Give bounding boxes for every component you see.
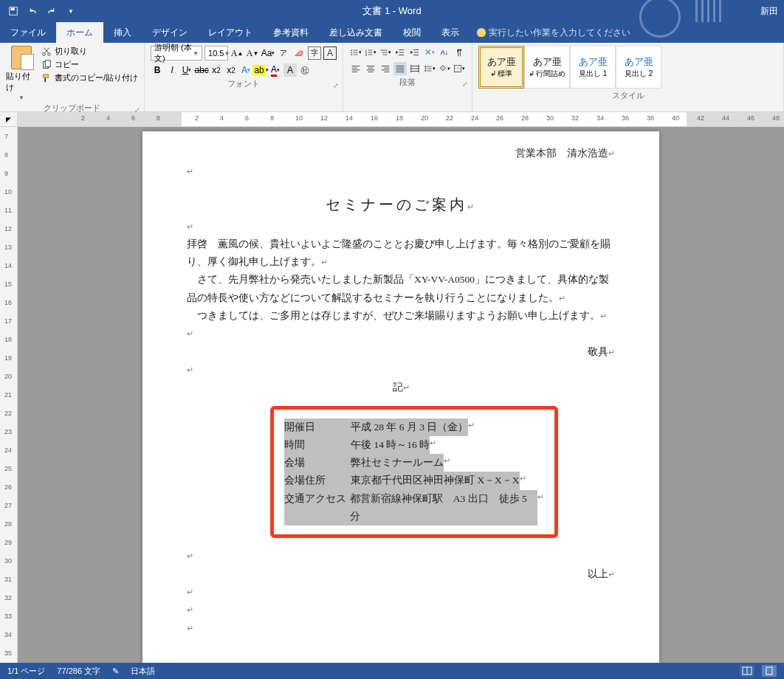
bulb-icon	[477, 28, 486, 37]
enclose-circle[interactable]: ㊓	[298, 63, 312, 77]
doc-keigu: 敬具	[187, 343, 615, 361]
qat-save[interactable]	[4, 2, 22, 20]
group-styles: あア亜↲ 標準 あア亜↲ 行間詰め あア亜見出し 1 あア亜見出し 2 スタイル	[472, 43, 784, 111]
tab-file[interactable]: ファイル	[0, 22, 56, 43]
line-spacing[interactable]: ▾	[423, 62, 436, 75]
ribbon: 貼り付け ▼ 切り取り コピー 書式のコピー/貼り付け クリップボード⤢ 游明朝…	[0, 43, 784, 112]
tellme[interactable]: 実行したい作業を入力してください	[470, 22, 638, 43]
cut-button[interactable]: 切り取り	[41, 46, 138, 57]
ruby-button[interactable]: ア	[277, 46, 290, 60]
document-area: 7891011121314151617181920212223242526272…	[0, 127, 784, 663]
align-right[interactable]	[379, 62, 392, 75]
sort-button[interactable]: A↓	[438, 46, 451, 59]
tab-layout[interactable]: レイアウト	[198, 22, 263, 43]
font-size-combo[interactable]: 10.5▼	[204, 46, 228, 61]
align-center[interactable]	[364, 62, 377, 75]
paragraph-launcher[interactable]: ⤢	[461, 80, 469, 88]
ruler-corner[interactable]: ◤	[0, 112, 18, 126]
group-font: 游明朝 (本文)▼ 10.5▼ A▲ A▼ Aa▾ ア 字 A B I U▾ a…	[145, 43, 343, 111]
svg-point-9	[351, 54, 353, 55]
shrink-font[interactable]: A▼	[246, 46, 259, 60]
status-words[interactable]: 77/286 文字	[57, 666, 100, 677]
distribute-button[interactable]	[408, 62, 422, 75]
show-marks[interactable]	[453, 46, 466, 59]
align-justify[interactable]	[393, 62, 407, 75]
grow-font[interactable]: A▲	[230, 46, 244, 60]
svg-point-7	[351, 49, 353, 51]
qat-redo[interactable]	[43, 2, 61, 20]
style-normal[interactable]: あア亜↲ 標準	[478, 46, 524, 89]
copy-button[interactable]: コピー	[41, 59, 138, 70]
font-color[interactable]: A▾	[269, 63, 282, 77]
vertical-ruler[interactable]: 7891011121314151617181920212223242526272…	[0, 127, 18, 663]
align-left[interactable]	[349, 62, 362, 75]
strike-button[interactable]: abc	[195, 63, 208, 77]
tab-mailings[interactable]: 差し込み文書	[319, 22, 393, 43]
svg-text:3: 3	[365, 54, 367, 57]
change-case[interactable]: Aa▾	[261, 46, 275, 60]
increase-indent[interactable]	[408, 46, 422, 59]
doc-ki: 記	[187, 379, 615, 396]
clear-format[interactable]	[292, 46, 306, 60]
doc-p2: さて、先月弊社から発売いたしました新製品「XY-VV-A0500」につきまして、…	[187, 271, 615, 307]
bold-button[interactable]: B	[151, 63, 164, 77]
formatpainter-button[interactable]: 書式のコピー/貼り付け	[41, 72, 138, 83]
doc-ijo: 以上	[187, 565, 615, 583]
tab-view[interactable]: 表示	[431, 22, 470, 43]
borders-button[interactable]: ▾	[453, 62, 466, 75]
text-effects[interactable]: A▾	[239, 63, 252, 77]
doc-p3: つきましては、ご多用とは存じますが、ぜひご来場賜りますようお願い申し上げます。	[187, 307, 615, 325]
doc-sender: 営業本部 清水浩造	[187, 145, 615, 162]
ltr-button[interactable]: ✕▾	[423, 46, 436, 59]
group-clipboard: 貼り付け ▼ 切り取り コピー 書式のコピー/貼り付け クリップボード⤢	[0, 43, 145, 111]
qat-customize[interactable]: ▼	[62, 2, 80, 20]
titlebar: ▼ 文書 1 - Word 新田	[0, 0, 784, 22]
svg-point-2	[43, 52, 46, 55]
page-1[interactable]: 営業本部 清水浩造 セミナーのご案内 拝啓 薫風の候、貴社いよいよご隆盛のことと…	[142, 131, 659, 663]
clipboard-icon	[11, 46, 32, 69]
numbering-button[interactable]: 123▾	[364, 46, 377, 59]
style-gallery[interactable]: あア亜↲ 標準 あア亜↲ 行間詰め あア亜見出し 1 あア亜見出し 2	[478, 46, 777, 89]
svg-rect-15	[766, 667, 772, 675]
decrease-indent[interactable]	[393, 46, 407, 59]
svg-rect-1	[11, 8, 15, 11]
multilevel-button[interactable]: ▾	[379, 46, 392, 59]
italic-button[interactable]: I	[165, 63, 179, 77]
font-launcher[interactable]: ⤢	[332, 82, 340, 89]
window-title: 文書 1 - Word	[362, 4, 421, 18]
paste-button[interactable]: 貼り付け ▼	[6, 46, 37, 101]
status-lang[interactable]: 日本語	[131, 666, 155, 677]
horizontal-ruler[interactable]: ◤ 86422468101214161820222426283032343638…	[0, 112, 784, 127]
subscript-button[interactable]: x2	[210, 63, 223, 77]
svg-rect-5	[45, 60, 50, 66]
style-nospacing[interactable]: あア亜↲ 行間詰め	[524, 46, 570, 89]
enclose-char[interactable]: 字	[308, 46, 321, 60]
tab-insert[interactable]: 挿入	[103, 22, 142, 43]
status-bar: 1/1 ページ 77/286 文字 ✎ 日本語	[0, 663, 784, 679]
status-page[interactable]: 1/1 ページ	[7, 666, 45, 677]
document-scroll[interactable]: 営業本部 清水浩造 セミナーのご案内 拝啓 薫風の候、貴社いよいよご隆盛のことと…	[18, 127, 784, 663]
titlebar-decoration	[592, 0, 740, 22]
tab-review[interactable]: 校閲	[393, 22, 431, 43]
svg-point-3	[48, 52, 51, 55]
style-heading1[interactable]: あア亜見出し 1	[570, 46, 616, 89]
tab-design[interactable]: デザイン	[142, 22, 198, 43]
style-heading2[interactable]: あア亜見出し 2	[616, 46, 661, 89]
font-name-combo[interactable]: 游明朝 (本文)▼	[151, 46, 202, 61]
svg-point-8	[351, 52, 353, 53]
view-print[interactable]	[762, 665, 777, 677]
group-paragraph: ▾ 123▾ ▾ ✕▾ A↓ ▾ ▾ ▾ 段落⤢	[343, 43, 472, 111]
tab-home[interactable]: ホーム	[56, 22, 103, 43]
superscript-button[interactable]: x2	[224, 63, 238, 77]
bullets-button[interactable]: ▾	[349, 46, 362, 59]
doc-p1: 拝啓 薫風の候、貴社いよいよご隆盛のこととお慶び申し上げます。毎々格別のご愛顧を…	[187, 235, 615, 272]
view-read[interactable]	[740, 665, 754, 677]
highlight-button[interactable]: ab▾	[254, 63, 267, 77]
char-border[interactable]: A	[323, 46, 337, 60]
qat-undo[interactable]	[24, 2, 41, 20]
underline-button[interactable]: U▾	[180, 63, 193, 77]
shading-button[interactable]: ▾	[438, 62, 451, 75]
char-shading[interactable]: A	[283, 63, 297, 77]
tab-references[interactable]: 参考資料	[263, 22, 319, 43]
status-proof-icon[interactable]: ✎	[112, 666, 119, 676]
